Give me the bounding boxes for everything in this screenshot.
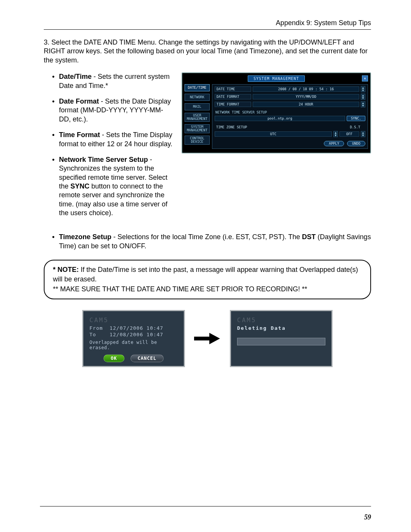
page-number: 59	[364, 513, 371, 521]
bullet-time-format: Time Format - Sets the Time Display form…	[59, 131, 173, 149]
bullet-list-col: Date/Time - Sets the current system Date…	[44, 72, 173, 224]
dst-value[interactable]: OFF	[339, 131, 359, 137]
time-format-label: TIME FORMAT	[215, 102, 251, 107]
deleting-dialog: CAM5 Deleting Data	[230, 310, 333, 367]
date-time-label: DATE TIME	[215, 86, 251, 92]
arrow-right-icon	[194, 333, 221, 344]
bullet-label: Date/Time	[59, 73, 92, 80]
from-value: 12/07/2006 10:47	[110, 325, 163, 331]
bullet-date-format: Date Format - Sets the Date Display form…	[59, 97, 173, 124]
deleting-message: Deleting Data	[237, 325, 325, 331]
step-text: Select the DATE AND TIME Menu. Change th…	[44, 38, 368, 64]
tz-value[interactable]: UTC	[215, 131, 332, 137]
tab-user-management[interactable]: USERMANAGEMENT	[185, 113, 210, 122]
cam-caption: CAM5	[89, 316, 178, 324]
system-management-screenshot: SYSTEM MANAGEMENT ✕ DATE/TIME NETWORK MA…	[182, 72, 371, 153]
bullet-date-time: Date/Time - Sets the current system Date…	[59, 72, 173, 90]
bullet-text-pre: - Selections for the local Time Zone (i.…	[112, 233, 302, 241]
step-number: 3.	[44, 38, 49, 46]
note-prefix: * NOTE:	[53, 266, 79, 273]
tab-system-management[interactable]: SYSTEMMANAGEMENT	[185, 124, 210, 133]
close-icon[interactable]: ✕	[362, 75, 368, 81]
sync-word: SYNC	[70, 182, 89, 190]
tab-control-device[interactable]: CONTROLDEVICE	[185, 136, 210, 145]
nts-section-label: NETWORK TIME SERVER SETUP	[215, 110, 365, 114]
overlap-message: Overlapped date will be erased.	[89, 340, 178, 350]
side-tabs: DATE/TIME NETWORK MAIL USERMANAGEMENT SY…	[185, 84, 210, 149]
page-header: Appendix 9: System Setup Tips	[44, 19, 371, 27]
from-label: From	[89, 325, 103, 331]
panel-title: SYSTEM MANAGEMENT	[248, 75, 304, 82]
sync-button[interactable]: SYNC.	[347, 116, 365, 121]
spinner-icon[interactable]: ▲▼	[361, 131, 365, 137]
spinner-icon[interactable]: ▲▼	[361, 86, 365, 92]
date-format-label: DATE FORMAT	[215, 94, 251, 99]
cam-caption: CAM5	[237, 316, 325, 324]
spinner-icon[interactable]: ▲▼	[361, 101, 365, 107]
date-format-value[interactable]: YYYY/MM/DD	[253, 94, 359, 99]
overlap-dialog: CAM5 From 12/07/2006 10:47 To 12/08/2006…	[82, 310, 185, 367]
footer-rule	[40, 506, 371, 506]
to-value: 12/08/2006 10:47	[110, 332, 163, 337]
spinner-icon[interactable]: ▲▼	[361, 94, 365, 100]
to-label: To	[89, 332, 96, 337]
time-format-value[interactable]: 24 HOUR	[253, 102, 359, 107]
bullet-nts: Network Time Server Setup - Synchronizes…	[59, 155, 173, 218]
apply-button[interactable]: APPLY	[324, 141, 344, 146]
tab-network[interactable]: NETWORK	[185, 94, 210, 101]
step-3-paragraph: 3. Select the DATE AND TIME Menu. Change…	[44, 38, 371, 65]
undo-button[interactable]: UNDO	[347, 141, 365, 146]
note-line2: ** MAKE SURE THAT THE DATE AND TIME ARE …	[53, 284, 362, 294]
note-line1: If the Date/Time is set into the past, a…	[53, 266, 358, 283]
spinner-icon[interactable]: ▲▼	[333, 131, 338, 137]
bullet-label: Network Time Server Setup	[59, 156, 148, 163]
dst-label: D.S.T	[345, 125, 365, 129]
header-rule	[44, 29, 371, 30]
dst-word: DST	[302, 233, 316, 241]
settings-area: DATE TIME 2008 / 08 / 18 09 : 54 : 16 ▲▼…	[212, 84, 368, 149]
note-box: * NOTE: If the Date/Time is set into the…	[44, 260, 371, 299]
ok-button[interactable]: OK	[104, 355, 124, 362]
bullet-timezone: Timezone Setup - Selections for the loca…	[59, 232, 371, 251]
date-time-value[interactable]: 2008 / 08 / 18 09 : 54 : 16	[253, 86, 359, 92]
bullet-label: Time Format	[59, 131, 100, 139]
tz-section-label: TIME ZONE SETUP	[215, 125, 343, 129]
nts-value[interactable]: pool.ntp.org	[215, 116, 345, 121]
bullet-label: Date Format	[59, 97, 99, 105]
tab-date-time[interactable]: DATE/TIME	[185, 84, 210, 91]
bullet-label: Timezone Setup	[59, 233, 112, 241]
tab-mail[interactable]: MAIL	[185, 103, 210, 110]
progress-bar	[237, 338, 325, 345]
cancel-button[interactable]: CANCEL	[131, 355, 164, 362]
